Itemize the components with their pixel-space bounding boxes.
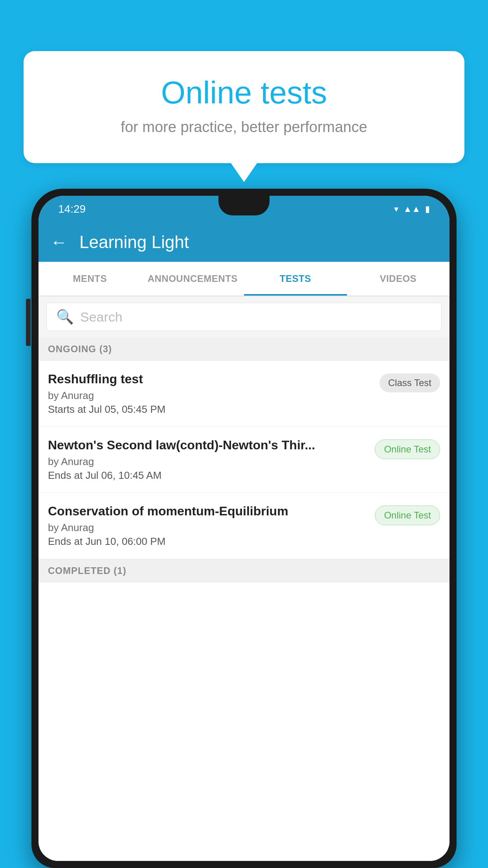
test-item-3[interactable]: Conservation of momentum-Equilibrium by … [39, 493, 449, 559]
tabs-container: MENTS ANNOUNCEMENTS TESTS VIDEOS [39, 262, 449, 296]
badge-online-test-3: Online Test [375, 506, 440, 525]
status-time: 14:29 [58, 203, 86, 215]
badge-class-test-1: Class Test [380, 373, 440, 392]
phone-container: 14:29 ▾ ▲▲ ▮ ← Learning Light MENTS ANNO… [31, 189, 457, 868]
test-info-1: Reshuffling test by Anurag Starts at Jul… [48, 372, 373, 416]
test-list: Reshuffling test by Anurag Starts at Jul… [39, 361, 449, 861]
phone-frame: 14:29 ▾ ▲▲ ▮ ← Learning Light MENTS ANNO… [31, 189, 457, 868]
test-name-3: Conservation of momentum-Equilibrium [48, 504, 369, 519]
test-info-3: Conservation of momentum-Equilibrium by … [48, 504, 369, 548]
speech-bubble-container: Online tests for more practice, better p… [24, 51, 464, 163]
back-button[interactable]: ← [50, 232, 68, 252]
tab-ments[interactable]: MENTS [39, 262, 141, 296]
test-time-3: Ends at Jun 10, 06:00 PM [48, 535, 369, 548]
search-container: 🔍 Search [39, 296, 449, 337]
bubble-subtitle: for more practice, better performance [55, 119, 433, 136]
status-icons: ▾ ▲▲ ▮ [394, 204, 430, 214]
test-author-3: by Anurag [48, 522, 369, 534]
test-time-1: Starts at Jul 05, 05:45 PM [48, 403, 373, 416]
test-item-1[interactable]: Reshuffling test by Anurag Starts at Jul… [39, 361, 449, 427]
test-author-2: by Anurag [48, 456, 369, 468]
bubble-title: Online tests [55, 75, 433, 111]
test-name-1: Reshuffling test [48, 372, 373, 386]
test-time-2: Ends at Jul 06, 10:45 AM [48, 469, 369, 482]
tab-announcements[interactable]: ANNOUNCEMENTS [141, 262, 244, 296]
badge-online-test-2: Online Test [375, 440, 440, 459]
tab-videos[interactable]: VIDEOS [347, 262, 450, 296]
status-bar: 14:29 ▾ ▲▲ ▮ [39, 196, 449, 223]
search-placeholder: Search [80, 309, 123, 325]
battery-icon: ▮ [425, 204, 430, 214]
app-bar: ← Learning Light [39, 223, 449, 262]
speech-bubble: Online tests for more practice, better p… [24, 51, 464, 163]
wifi-icon: ▾ [394, 204, 398, 214]
phone-screen: 14:29 ▾ ▲▲ ▮ ← Learning Light MENTS ANNO… [39, 196, 449, 861]
test-author-1: by Anurag [48, 390, 373, 402]
ongoing-section-header: ONGOING (3) [39, 337, 449, 361]
test-name-2: Newton's Second law(contd)-Newton's Thir… [48, 438, 369, 452]
search-icon: 🔍 [56, 309, 74, 325]
signal-icon: ▲▲ [403, 204, 420, 214]
search-bar[interactable]: 🔍 Search [46, 303, 442, 331]
completed-section-header: COMPLETED (1) [39, 559, 449, 583]
test-info-2: Newton's Second law(contd)-Newton's Thir… [48, 438, 369, 482]
test-item-2[interactable]: Newton's Second law(contd)-Newton's Thir… [39, 427, 449, 493]
tab-tests[interactable]: TESTS [244, 262, 347, 296]
app-title: Learning Light [79, 232, 189, 252]
